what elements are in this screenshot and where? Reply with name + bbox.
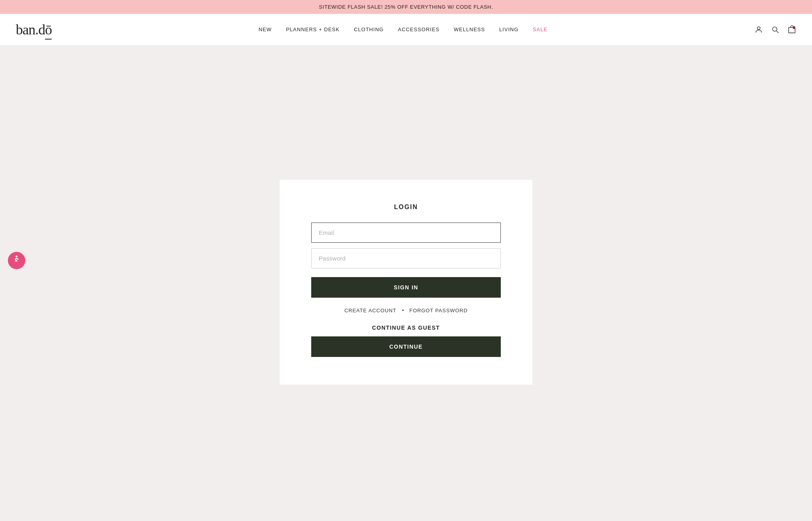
email-form-group bbox=[311, 223, 501, 243]
nav-item-wellness[interactable]: WELLNESS bbox=[454, 26, 485, 32]
logo-text: ban.dō bbox=[16, 21, 52, 38]
nav-item-clothing[interactable]: CLOTHING bbox=[354, 26, 384, 32]
guest-section-label: CONTINUE AS GUEST bbox=[311, 325, 501, 331]
login-title: LOGIN bbox=[311, 204, 501, 211]
logo-macron: ō bbox=[45, 21, 52, 38]
logo[interactable]: ban.dō bbox=[16, 21, 52, 38]
forgot-password-link[interactable]: FORGOT PASSWORD bbox=[410, 308, 468, 313]
nav-item-new[interactable]: NEW bbox=[259, 26, 272, 32]
header-icons: 1 bbox=[754, 25, 796, 34]
nav-item-planners-desk[interactable]: PLANNERS + DESK bbox=[286, 26, 340, 32]
flash-banner: SITEWIDE FLASH SALE! 25% OFF EVERYTHING … bbox=[0, 0, 812, 14]
search-icon[interactable] bbox=[771, 25, 780, 34]
login-card: LOGIN SIGN IN CREATE ACCOUNT • FORGOT PA… bbox=[280, 180, 532, 385]
cart-icon[interactable]: 1 bbox=[788, 25, 796, 34]
main-nav: NEW PLANNERS + DESK CLOTHING ACCESSORIES… bbox=[52, 26, 754, 32]
account-icon[interactable] bbox=[754, 25, 763, 34]
guest-section: CONTINUE AS GUEST CONTINUE bbox=[311, 325, 501, 357]
nav-item-accessories[interactable]: ACCESSORIES bbox=[398, 26, 440, 32]
svg-point-0 bbox=[757, 26, 760, 29]
continue-button[interactable]: CONTINUE bbox=[311, 336, 501, 357]
link-separator: • bbox=[402, 307, 404, 313]
flash-banner-text: SITEWIDE FLASH SALE! 25% OFF EVERYTHING … bbox=[319, 4, 493, 10]
create-account-link[interactable]: CREATE ACCOUNT bbox=[344, 308, 397, 313]
svg-line-2 bbox=[776, 31, 778, 33]
accessibility-button[interactable] bbox=[8, 252, 25, 269]
password-form-group bbox=[311, 248, 501, 268]
password-input[interactable] bbox=[311, 248, 501, 268]
nav-item-sale[interactable]: SALE bbox=[533, 26, 547, 32]
accessibility-icon bbox=[12, 255, 21, 266]
page-background: LOGIN SIGN IN CREATE ACCOUNT • FORGOT PA… bbox=[0, 45, 812, 519]
svg-point-6 bbox=[16, 256, 18, 258]
email-input[interactable] bbox=[311, 223, 501, 243]
header: ban.dō NEW PLANNERS + DESK CLOTHING ACCE… bbox=[0, 14, 812, 45]
sign-in-button[interactable]: SIGN IN bbox=[311, 277, 501, 298]
links-row: CREATE ACCOUNT • FORGOT PASSWORD bbox=[311, 307, 501, 313]
svg-point-1 bbox=[773, 27, 777, 31]
nav-item-living[interactable]: LIVING bbox=[499, 26, 519, 32]
